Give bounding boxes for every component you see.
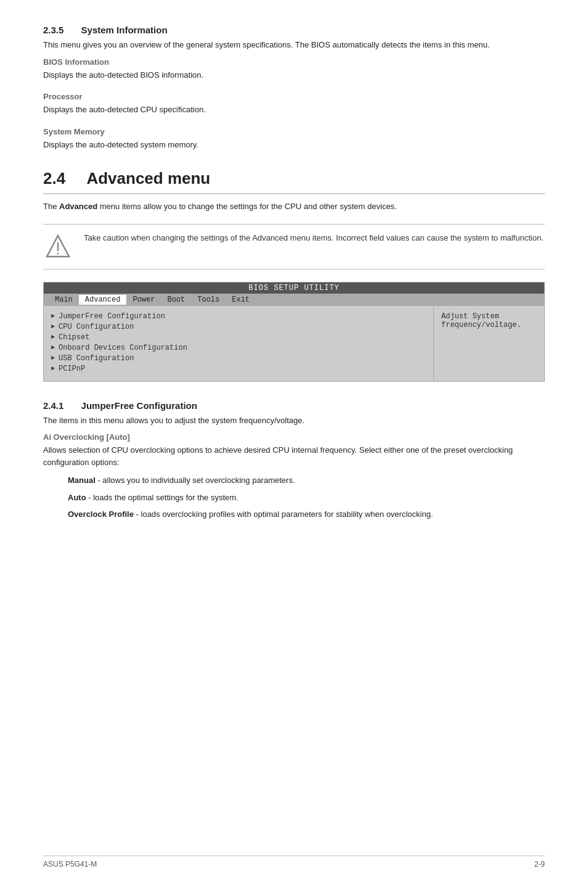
bios-right-text: Adjust System frequency/voltage.	[441, 312, 521, 329]
page-footer: ASUS P5G41-M 2-9	[43, 856, 545, 868]
section-235-intro: This menu gives you an overview of the g…	[43, 39, 545, 51]
option-overclock-label: Overclock Profile	[68, 510, 134, 519]
bios-right-panel: Adjust System frequency/voltage.	[433, 306, 544, 381]
overclocking-options-list: Manual - allows you to individually set …	[43, 474, 545, 521]
option-manual-label: Manual	[68, 476, 96, 485]
bios-item-usb: ► USB Configuration	[51, 354, 426, 363]
arrow-icon: ►	[51, 365, 55, 372]
footer-page-number: 2-9	[534, 860, 545, 868]
bios-menu-tools: Tools	[191, 295, 226, 305]
footer-product-name: ASUS P5G41-M	[43, 860, 97, 868]
bios-menu-boot: Boot	[161, 295, 191, 305]
arrow-icon: ►	[51, 313, 55, 320]
bios-menu-advanced: Advanced	[79, 295, 127, 305]
caution-triangle-icon	[44, 233, 71, 260]
ai-overclocking-title: Ai Overclocking [Auto]	[43, 432, 545, 442]
section-24-intro: The Advanced menu items allow you to cha…	[43, 200, 545, 213]
ai-overclocking-subsection: Ai Overclocking [Auto] Allows selection …	[43, 432, 545, 521]
bios-content: ► JumperFree Configuration ► CPU Configu…	[44, 306, 544, 381]
bios-information-subsection: BIOS Information Displays the auto-detec…	[43, 57, 545, 81]
section-24: 2.4 Advanced menu The Advanced menu item…	[43, 169, 545, 521]
arrow-icon: ►	[51, 323, 55, 330]
processor-title: Processor	[43, 92, 545, 101]
warning-text: Take caution when changing the settings …	[84, 231, 544, 244]
bios-menu-exit: Exit	[226, 295, 256, 305]
svg-point-2	[57, 252, 59, 254]
bios-utility-box: BIOS SETUP UTILITY Main Advanced Power B…	[43, 282, 545, 382]
processor-subsection: Processor Displays the auto-detected CPU…	[43, 92, 545, 116]
option-auto-desc: - loads the optimal settings for the sys…	[88, 493, 239, 502]
section-235-heading: 2.3.5 System Information	[43, 25, 545, 35]
section-235: 2.3.5 System Information This menu gives…	[43, 25, 545, 151]
option-auto: Auto - loads the optimal settings for th…	[68, 492, 545, 504]
advanced-bold: Advanced	[59, 202, 97, 211]
section-24-heading: 2.4 Advanced menu	[43, 169, 545, 194]
processor-desc: Displays the auto-detected CPU specifica…	[43, 104, 545, 116]
warning-icon	[43, 231, 73, 263]
bios-item-pcipnp: ► PCIPnP	[51, 365, 426, 373]
bios-menu-bar: Main Advanced Power Boot Tools Exit	[44, 294, 544, 306]
bios-information-title: BIOS Information	[43, 57, 545, 67]
bios-header: BIOS SETUP UTILITY	[44, 283, 544, 294]
bios-information-desc: Displays the auto-detected BIOS informat…	[43, 69, 545, 81]
bios-item-chipset: ► Chipset	[51, 333, 426, 342]
bios-item-onboard: ► Onboard Devices Configuration	[51, 344, 426, 352]
warning-box: Take caution when changing the settings …	[43, 224, 545, 270]
system-memory-subsection: System Memory Displays the auto-detected…	[43, 127, 545, 151]
option-manual-desc: - allows you to individually set overclo…	[97, 476, 295, 485]
bios-menu-power: Power	[126, 295, 161, 305]
section-24-intro-suffix: menu items allow you to change the setti…	[97, 202, 397, 211]
bios-item-jumperfree: ► JumperFree Configuration	[51, 312, 426, 321]
option-auto-label: Auto	[68, 493, 86, 502]
section-241-heading: 2.4.1 JumperFree Configuration	[43, 400, 545, 411]
section-241: 2.4.1 JumperFree Configuration The items…	[43, 400, 545, 521]
ai-overclocking-desc: Allows selection of CPU overclocking opt…	[43, 444, 545, 468]
option-manual: Manual - allows you to individually set …	[68, 474, 545, 487]
bios-item-cpu: ► CPU Configuration	[51, 323, 426, 331]
arrow-icon: ►	[51, 334, 55, 340]
arrow-icon: ►	[51, 344, 55, 351]
section-241-intro: The items in this menu allows you to adj…	[43, 415, 545, 427]
arrow-icon: ►	[51, 355, 55, 361]
bios-menu-main: Main	[49, 295, 79, 305]
bios-left-panel: ► JumperFree Configuration ► CPU Configu…	[44, 306, 433, 381]
option-overclock-profile: Overclock Profile - loads overclocking p…	[68, 508, 545, 521]
system-memory-title: System Memory	[43, 127, 545, 136]
option-overclock-desc: - loads overclocking profiles with optim…	[136, 510, 433, 519]
system-memory-desc: Displays the auto-detected system memory…	[43, 139, 545, 151]
